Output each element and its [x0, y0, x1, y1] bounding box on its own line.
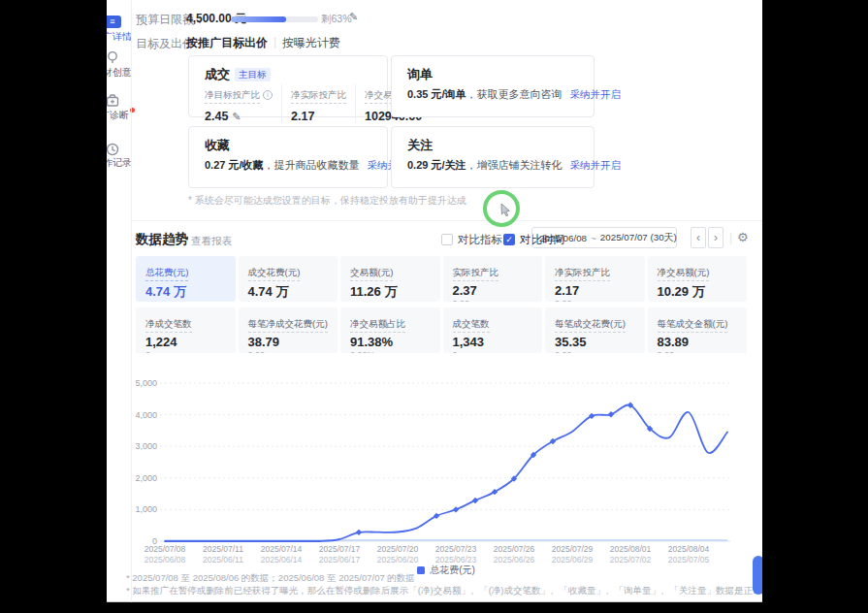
metric-card-compare-value: 0: [145, 350, 226, 353]
chart-footnote-paused: * 如果推广在暂停或删除前已经获得了曝光，那么在暂停或删除后展示「(净)交易额」…: [126, 585, 771, 597]
info-icon[interactable]: i: [263, 90, 273, 100]
legend-label[interactable]: 总花费(元): [430, 564, 475, 577]
goal-card-inquiry: 询单 0.35 元/询单，获取更多意向咨询采纳并开启: [391, 55, 595, 117]
svg-text:2025/08/01: 2025/08/01: [610, 544, 652, 554]
svg-text:2025/08/04: 2025/08/04: [668, 544, 710, 554]
metric-card-value: 38.79: [248, 335, 329, 349]
edit-target-roi-pencil-icon[interactable]: ✎: [232, 111, 241, 122]
metric-card-compare-value: 0.00: [555, 299, 635, 302]
chart-footnote-periods: * 2025/07/08 至 2025/08/06 的数据；2025/06/08…: [126, 572, 415, 585]
metric-card-11[interactable]: 每笔成交金额(元)83.890.00: [648, 307, 748, 353]
goal-card-inquiry-title: 询单: [407, 66, 433, 83]
tab-divider: |: [273, 35, 276, 48]
goal-card-favorite: 收藏 0.27 元/收藏，提升商品收藏数量采纳并开启: [188, 126, 388, 188]
goal-card-follow-desc: 0.29 元/关注，增强店铺关注转化采纳并开启: [407, 158, 621, 173]
gear-icon[interactable]: ⚙: [737, 230, 749, 244]
goal-card-deal: 成交 主目标 净目标投产比i 2.45✎ 净实际投产比 2.17 净交易额(元)…: [188, 55, 388, 117]
next-period-button[interactable]: ›: [708, 227, 723, 248]
metric-card-3[interactable]: 实际投产比2.370.00: [443, 256, 543, 302]
goal-card-deal-metrics: 净目标投产比i 2.45✎ 净实际投产比 2.17 净交易额(元) 102946…: [205, 84, 381, 123]
legend-swatch: [417, 566, 425, 574]
metric-card-label: 成交花费(元): [248, 267, 301, 281]
metric-card-1[interactable]: 成交花费(元)4.74 万0.00: [239, 256, 338, 302]
svg-text:2,000: 2,000: [135, 473, 157, 483]
metric-card-value: 91.38%: [350, 335, 431, 349]
screenshot-root: ≡推广详情素材创意推广诊断操作记录 预算日限额： 4,500.00 元 剩63%…: [0, 0, 868, 613]
letterbox-right: [762, 0, 868, 613]
compare-metric-checkbox[interactable]: [441, 234, 453, 245]
controls-divider: |: [729, 231, 732, 244]
goal-card-follow-title: 关注: [407, 137, 433, 154]
metric-card-compare-value: 0.00: [658, 350, 738, 353]
trend-section-title: 数据趋势: [136, 231, 188, 248]
metric-card-label: 净交易额(元): [658, 267, 710, 281]
metric-card-compare-value: 0.00%: [350, 350, 431, 353]
metric-card-value: 35.35: [555, 335, 635, 349]
metric-card-label: 实际投产比: [453, 267, 499, 281]
metric-card-4[interactable]: 净实际投产比2.170.00: [545, 256, 645, 302]
deal-metric-target-roi: 净目标投产比i 2.45✎: [205, 84, 281, 123]
metric-card-0[interactable]: 总花费(元)4.74 万0.00: [136, 256, 236, 302]
svg-text:2025/07/17: 2025/07/17: [319, 544, 361, 554]
metric-card-grid: 总花费(元)4.74 万0.00成交花费(元)4.74 万0.00交易额(元)1…: [136, 256, 747, 353]
date-range-input[interactable]: 2025/06/08 ~ 2025/07/07 (30天): [531, 227, 677, 248]
svg-text:2025/07/11: 2025/07/11: [203, 544, 243, 554]
svg-text:3,000: 3,000: [135, 441, 157, 451]
svg-text:2025/07/23: 2025/07/23: [435, 544, 477, 554]
tab-bid-by-impression[interactable]: 按曝光计费: [282, 35, 340, 51]
metric-card-7[interactable]: 每笔净成交花费(元)38.790.00: [239, 307, 338, 353]
metric-card-label: 交易额(元): [350, 267, 393, 281]
goal-card-follow: 关注 0.29 元/关注，增强店铺关注转化采纳并开启: [391, 126, 595, 188]
metric-card-value: 2.37: [453, 283, 533, 298]
metric-card-value: 4.74 万: [248, 283, 329, 301]
metric-card-compare-value: 0.00: [248, 350, 329, 353]
metric-card-9[interactable]: 成交笔数1,3430: [443, 307, 543, 353]
goal-card-inquiry-desc: 0.35 元/询单，获取更多意向咨询采纳并开启: [407, 87, 621, 102]
metric-card-8[interactable]: 净交易额占比91.38%0.00%: [340, 307, 440, 353]
metric-card-value: 10.29 万: [658, 283, 738, 301]
metric-card-6[interactable]: 净成交笔数1,2240: [136, 307, 236, 353]
svg-text:2025/07/20: 2025/07/20: [377, 544, 419, 554]
view-report-link[interactable]: 查看报表: [191, 235, 232, 248]
metric-card-label: 每笔净成交花费(元): [248, 318, 328, 333]
svg-text:2025/07/14: 2025/07/14: [261, 544, 303, 554]
metric-card-compare-value: 0.00: [555, 350, 635, 353]
metric-card-label: 每笔成交金额(元): [658, 318, 728, 333]
deal-metric-actual-roi: 净实际投产比 2.17: [281, 84, 355, 123]
goal-note: * 系统会尽可能达成您设置的目标，保持稳定投放有助于提升达成: [188, 194, 466, 208]
budget-edit-pencil-icon[interactable]: ✎: [349, 11, 358, 23]
date-range-end: 2025/07/07 (30天): [600, 232, 677, 244]
svg-text:5,000: 5,000: [135, 378, 157, 388]
budget-remaining-label: 剩63%: [321, 13, 352, 26]
goal-card-favorite-title: 收藏: [205, 137, 230, 154]
metric-card-value: 4.74 万: [145, 283, 226, 301]
metric-card-label: 成交笔数: [453, 318, 490, 333]
adopt-enable-link[interactable]: 采纳并开启: [570, 159, 622, 171]
svg-text:2025/07/29: 2025/07/29: [552, 544, 594, 554]
metric-card-compare-value: 0.00: [453, 299, 533, 302]
date-range-separator: ~: [591, 233, 596, 243]
metric-card-5[interactable]: 净交易额(元)10.29 万0.00: [648, 256, 748, 302]
metric-card-label: 总花费(元): [145, 267, 188, 281]
metric-card-value: 83.89: [658, 335, 738, 349]
tab-bid-by-goal[interactable]: 按推广目标出价: [186, 35, 268, 51]
click-indicator-ring: [483, 190, 520, 227]
metric-card-label: 净实际投产比: [555, 267, 610, 281]
budget-progress-fill: [231, 16, 286, 22]
svg-text:4,000: 4,000: [135, 410, 157, 420]
goal-card-deal-title: 成交: [205, 66, 230, 83]
metric-card-10[interactable]: 每笔成交花费(元)35.350.00: [545, 307, 645, 353]
metric-card-value: 1,343: [453, 335, 533, 349]
metric-card-value: 2.17: [555, 283, 635, 298]
date-range-start: 2025/06/08: [539, 233, 587, 243]
metric-card-2[interactable]: 交易额(元)11.26 万0.00: [340, 256, 440, 302]
svg-text:2025/07/08: 2025/07/08: [145, 544, 186, 554]
metric-card-label: 净交易额占比: [350, 318, 405, 333]
prev-period-button[interactable]: ‹: [691, 227, 706, 248]
adopt-enable-link[interactable]: 采纳并开启: [570, 88, 622, 100]
svg-text:1,000: 1,000: [135, 504, 157, 514]
compare-metric-label[interactable]: 对比指标: [458, 233, 502, 247]
trend-line-chart: 01,0002,0003,0004,0005,0002025/07/082025…: [131, 373, 761, 567]
compare-time-checkbox[interactable]: ✓: [503, 234, 515, 245]
section-divider: [131, 220, 762, 221]
